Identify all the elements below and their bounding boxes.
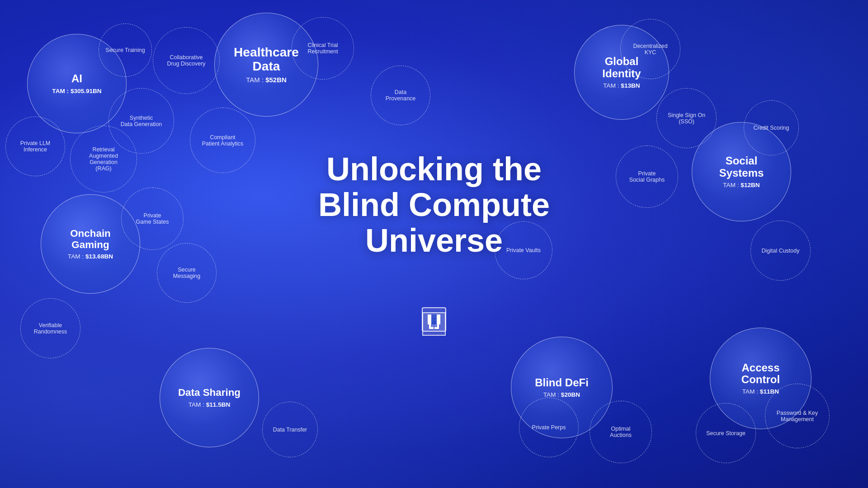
circle-healthcare-tam: TAM : $52BN bbox=[246, 76, 286, 84]
label-decentralized-kyc: DecentralizedKYC bbox=[633, 43, 667, 56]
svg-rect-11 bbox=[431, 314, 437, 318]
dashed-secure-storage: Secure Storage bbox=[696, 403, 756, 463]
label-secure-storage: Secure Storage bbox=[706, 430, 745, 436]
circle-social-systems-title: SocialSystems bbox=[719, 155, 764, 179]
logo-wrapper bbox=[422, 307, 446, 332]
label-private-game-states: PrivateGame States bbox=[136, 212, 169, 225]
circle-data-sharing: Data Sharing TAM : $11.5BN bbox=[160, 348, 259, 447]
label-retrieval-augmented-generation: RetrievalAugmentedGeneration(RAG) bbox=[89, 146, 118, 172]
dashed-compliant-patient-analytics: CompliantPatient Analytics bbox=[190, 108, 255, 173]
dashed-data-transfer: Data Transfer bbox=[262, 402, 318, 457]
dashed-verifiable-randomness: VerifiableRandomness bbox=[20, 298, 80, 358]
dashed-private-llm-inference: Private LLMInference bbox=[5, 117, 65, 176]
circle-onchain-gaming-tam: TAM : $13.68BN bbox=[68, 253, 113, 260]
svg-rect-10 bbox=[437, 314, 440, 324]
label-collaborative-drug-discovery: CollaborativeDrug Discovery bbox=[167, 54, 205, 67]
dashed-secure-training: Secure Training bbox=[99, 23, 152, 77]
label-data-transfer: Data Transfer bbox=[273, 427, 307, 433]
dashed-retrieval-augmented-generation: RetrievalAugmentedGeneration(RAG) bbox=[70, 126, 137, 192]
svg-rect-12 bbox=[431, 318, 437, 324]
label-password-key-management: Password & KeyManagement bbox=[777, 410, 818, 422]
circle-data-sharing-tam: TAM : $11.5BN bbox=[189, 401, 231, 408]
label-optimal-auctions: OptimalAuctions bbox=[610, 426, 632, 438]
dashed-data-provenance: DataProvenance bbox=[371, 66, 430, 125]
dashed-private-perps: Private Perps bbox=[519, 398, 579, 457]
dashed-secure-messaging: SecureMessaging bbox=[157, 243, 217, 303]
dashed-private-social-graphs: PrivateSocial Graphs bbox=[616, 145, 678, 208]
label-private-llm-inference: Private LLMInference bbox=[20, 140, 51, 153]
circle-social-systems-tam: TAM : $12BN bbox=[723, 182, 760, 188]
main-canvas: AI TAM : $305.91BN HealthcareData TAM : … bbox=[0, 0, 868, 488]
dashed-single-sign-on: Single Sign On(SSO) bbox=[656, 88, 717, 148]
circle-blind-defi-title: Blind DeFi bbox=[535, 377, 589, 389]
circle-healthcare-title: HealthcareData bbox=[234, 46, 299, 74]
label-digital-custody: Digital Custody bbox=[762, 248, 800, 254]
dashed-decentralized-kyc: DecentralizedKYC bbox=[620, 19, 680, 79]
logo-svg bbox=[427, 314, 441, 325]
label-compliant-patient-analytics: CompliantPatient Analytics bbox=[202, 134, 244, 147]
dashed-credit-scoring: Credit Scoring bbox=[744, 100, 799, 155]
circle-onchain-gaming-title: OnchainGaming bbox=[70, 228, 111, 250]
dashed-optimal-auctions: OptimalAuctions bbox=[590, 401, 652, 463]
center-title: Unlocking the Blind Compute Universe bbox=[318, 151, 550, 259]
circle-blind-defi-tam: TAM : $20BN bbox=[543, 391, 580, 398]
label-synthetic-data-generation: SyntheticData Generation bbox=[121, 115, 162, 127]
label-secure-messaging: SecureMessaging bbox=[173, 267, 200, 279]
label-private-social-graphs: PrivateSocial Graphs bbox=[629, 170, 665, 183]
dashed-digital-custody: Digital Custody bbox=[750, 221, 811, 281]
label-clinical-trial-recruitment: Clinical TrialRecruitment bbox=[307, 42, 338, 55]
label-single-sign-on: Single Sign On(SSO) bbox=[668, 112, 705, 125]
circle-global-identity-tam: TAM : $13BN bbox=[603, 82, 640, 89]
label-secure-training: Secure Training bbox=[105, 47, 145, 53]
label-credit-scoring: Credit Scoring bbox=[753, 125, 789, 131]
label-private-perps: Private Perps bbox=[532, 424, 566, 431]
label-data-provenance: DataProvenance bbox=[386, 89, 416, 102]
main-heading: Unlocking the Blind Compute Universe bbox=[318, 151, 550, 259]
circle-ai-tam: TAM : $305.91BN bbox=[52, 88, 101, 94]
dashed-clinical-trial-recruitment: Clinical TrialRecruitment bbox=[292, 17, 354, 80]
dashed-collaborative-drug-discovery: CollaborativeDrug Discovery bbox=[153, 27, 220, 94]
circle-access-control-title: AccessControl bbox=[741, 362, 780, 386]
dashed-password-key-management: Password & KeyManagement bbox=[765, 384, 830, 448]
circle-ai-title: AI bbox=[71, 73, 82, 84]
dashed-private-game-states: PrivateGame States bbox=[121, 188, 184, 250]
label-verifiable-randomness: VerifiableRandomness bbox=[34, 322, 67, 335]
circle-data-sharing-title: Data Sharing bbox=[178, 387, 241, 399]
